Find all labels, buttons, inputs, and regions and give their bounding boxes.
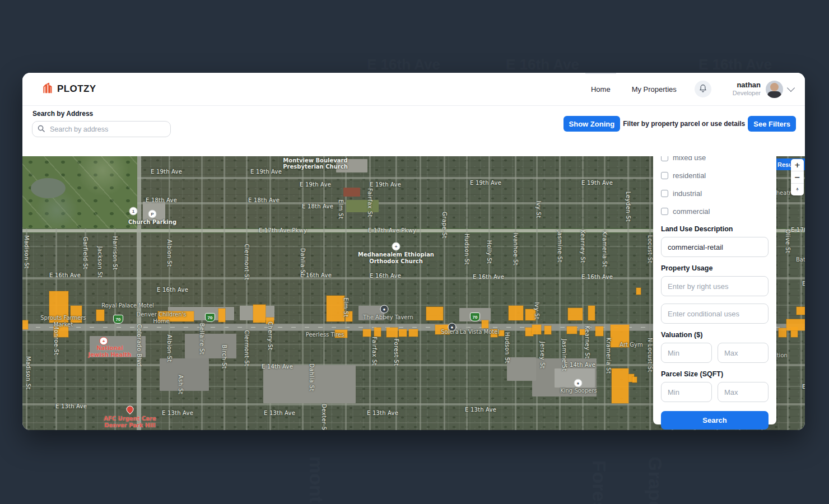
parcel-highlight[interactable] (636, 288, 641, 295)
search-by-address-label: Search by Address (32, 110, 93, 118)
parcel-highlight[interactable] (96, 310, 104, 321)
poi-icon: ● (574, 379, 583, 388)
parcel-size-label: Parcel Size (SQFT) (661, 370, 769, 378)
parcel-highlight[interactable] (499, 330, 504, 336)
parcel-highlight[interactable] (253, 305, 266, 323)
parcel-max-input[interactable] (718, 382, 769, 402)
zoom-in-button[interactable]: + (791, 159, 804, 171)
chevron-down-icon[interactable] (787, 84, 795, 92)
map-poi-label: AFC Urgent Care (104, 416, 156, 422)
avatar[interactable] (766, 81, 783, 98)
residential-checkbox[interactable] (661, 172, 668, 179)
map-street-label: Jersey St (539, 342, 546, 368)
parcel-highlight[interactable] (588, 306, 595, 320)
map-poi-label: Denver Park Hill (104, 422, 155, 428)
by-right-uses-input[interactable] (661, 276, 769, 296)
parcel-highlight[interactable] (363, 329, 371, 337)
parcel-highlight[interactable] (327, 296, 344, 321)
map-street-label: Cherry St (267, 321, 273, 350)
parcel-highlight[interactable] (482, 320, 488, 328)
map-road (787, 156, 789, 430)
user-menu[interactable]: nathan Developer (733, 81, 794, 98)
parcel-highlight[interactable] (509, 306, 523, 320)
show-zoning-button[interactable]: Show Zoning (563, 116, 621, 132)
map-poi-label: Montview Boulevard (283, 157, 347, 164)
map-street-label: Clermont St (244, 244, 250, 281)
commercial-checkbox[interactable] (661, 208, 668, 215)
nav-home[interactable]: Home (591, 85, 611, 94)
valuation-range (661, 343, 769, 370)
map-street-label: E 13th Ave (367, 410, 398, 416)
map-street-label: Albion St (166, 239, 173, 267)
map-street-label: E 16th Ave (802, 281, 805, 287)
address-search-box[interactable] (32, 121, 171, 137)
map-poi-label: Peerless Tires (306, 332, 344, 338)
valuation-max-input[interactable] (718, 343, 769, 363)
brand-logo[interactable]: PLOTZY (41, 82, 96, 97)
map-street-label: Jackson St (97, 246, 103, 278)
map-street-label: E 16th Ave (370, 273, 401, 279)
parcel-highlight[interactable] (386, 328, 398, 337)
map-poi-label: Denver Children's (136, 311, 186, 318)
map-street-label: Kearney St (584, 325, 590, 358)
map-street-label: E 14th Ave (564, 362, 595, 368)
route-shield: 70 (205, 313, 215, 322)
industrial-checkbox[interactable] (661, 190, 668, 197)
zoom-out-button[interactable]: − (791, 171, 804, 183)
map-poi-label: Art Gym (620, 342, 642, 348)
notifications-button[interactable] (695, 81, 711, 97)
valuation-min-input[interactable] (661, 343, 712, 363)
parcel-highlight[interactable] (399, 329, 407, 337)
map-street-label: Jasmine St (557, 230, 563, 263)
user-names: nathan Developer (733, 81, 761, 97)
parcel-highlight[interactable] (567, 326, 577, 334)
ghost-label: E 16th Ave (698, 56, 772, 73)
land-use-input[interactable] (661, 237, 769, 257)
map-street-label: Olive St (785, 230, 791, 254)
see-filters-button[interactable]: See Filters (748, 116, 796, 132)
parcel-highlight[interactable] (544, 326, 551, 334)
filter-search-button[interactable]: Search (661, 411, 769, 430)
checkbox-residential[interactable]: residential (661, 171, 769, 180)
parcel-highlight[interactable] (786, 319, 805, 330)
map-street-label: Fairfax St (371, 337, 378, 366)
user-role: Developer (733, 90, 761, 97)
map-street-label: Ivy St (535, 200, 542, 218)
search-input[interactable] (49, 125, 165, 134)
parcel-highlight[interactable] (218, 309, 225, 322)
poi-icon: 1 (129, 207, 138, 216)
checkbox-commercial[interactable]: commercial (661, 207, 769, 216)
parcel-highlight[interactable] (797, 307, 805, 315)
map-street-label: Birch St (221, 345, 227, 369)
map-street-label: Hudson St (504, 332, 510, 363)
map-building (343, 188, 360, 197)
parcel-highlight[interactable] (409, 329, 418, 337)
parcel-highlight[interactable] (568, 308, 583, 320)
parcel-highlight[interactable] (595, 326, 603, 336)
parcel-highlight[interactable] (532, 325, 541, 334)
map-street-label: E 13th Ave (55, 403, 87, 409)
parcel-min-input[interactable] (661, 382, 712, 402)
map-street-label: E 17th Ave Pkwy (259, 227, 307, 234)
valuation-label: Valuation ($) (661, 331, 769, 339)
map-street-label: Forest St (393, 339, 399, 366)
compass-reset-button[interactable]: ▲▼ (791, 184, 804, 195)
parcel-highlight[interactable] (632, 377, 637, 382)
parcel-highlight[interactable] (374, 328, 381, 337)
parcel-highlight[interactable] (22, 320, 28, 329)
map-road (137, 156, 141, 430)
map-road (444, 156, 445, 430)
checkbox-label: industrial (673, 189, 702, 198)
map-street-label: Krameria St (606, 338, 612, 374)
map-controls-row: Show Zoning Filter by property parcel or… (563, 116, 796, 132)
map-poi-label: Church Parking (128, 219, 176, 225)
checkbox-industrial[interactable]: industrial (661, 189, 769, 198)
parcel-highlight[interactable] (779, 328, 786, 337)
conditional-uses-input[interactable] (661, 304, 769, 324)
parcel-highlight[interactable] (426, 307, 443, 320)
checkbox-label: commercial (673, 207, 710, 216)
map-street-label: E 13th Ave (264, 410, 295, 416)
parcel-highlight[interactable] (612, 368, 628, 403)
map-building (185, 334, 236, 358)
nav-my-properties[interactable]: My Properties (632, 85, 677, 94)
